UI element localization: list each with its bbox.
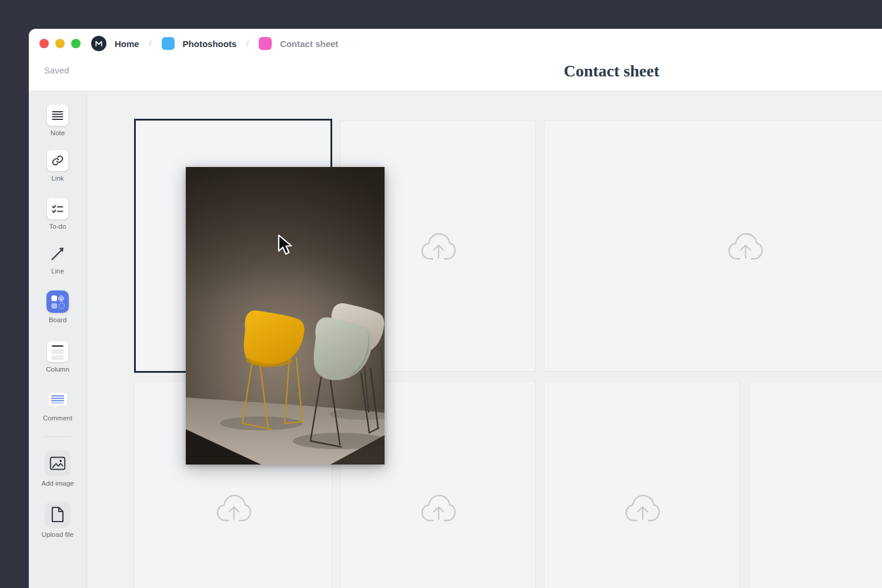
chairs-photo (186, 167, 385, 465)
cloud-upload-icon (214, 491, 253, 525)
sidebar-item-todo[interactable]: To-do (29, 198, 86, 230)
note-icon (47, 105, 68, 126)
milanote-logo-icon[interactable] (91, 36, 106, 51)
link-icon (47, 150, 68, 171)
breadcrumb-separator: / (148, 39, 153, 48)
cloud-upload-icon (726, 229, 764, 263)
toolbar-sidebar: Note Link To-do (29, 91, 87, 588)
breadcrumb-photoshoots[interactable]: Photoshoots (183, 39, 237, 49)
grid-cell-upload[interactable] (749, 381, 882, 588)
cloud-upload-icon (623, 491, 662, 525)
pink-board-swatch-icon[interactable] (259, 37, 272, 50)
app-header: Home / Photoshoots / Contact sheet Saved… (29, 29, 882, 91)
todo-icon (47, 198, 68, 219)
sidebar-item-note[interactable]: Note (29, 105, 86, 136)
sidebar-item-board[interactable]: Board (29, 290, 86, 323)
sidebar-item-comment[interactable]: Comment (29, 390, 86, 422)
breadcrumb-contact-sheet[interactable]: Contact sheet (280, 39, 338, 49)
minimize-button[interactable] (55, 39, 65, 48)
breadcrumb-home[interactable]: Home (115, 39, 139, 49)
sidebar-item-link[interactable]: Link (29, 150, 86, 182)
add-image-icon (45, 450, 71, 476)
sidebar-divider (44, 436, 71, 437)
breadcrumb-separator: / (245, 39, 250, 48)
cloud-upload-icon (419, 491, 457, 525)
breadcrumb: Home / Photoshoots / Contact sheet (91, 29, 338, 58)
close-button[interactable] (39, 39, 49, 48)
cloud-upload-icon (419, 229, 457, 263)
dragged-photo-chairs[interactable] (186, 167, 385, 465)
sidebar-item-line[interactable]: Line (29, 243, 86, 275)
upload-file-icon (45, 502, 71, 527)
board-icon (46, 290, 69, 313)
save-status: Saved (44, 65, 69, 75)
grid-cell-upload[interactable] (544, 381, 740, 588)
comment-icon (47, 390, 68, 411)
sidebar-item-add-image[interactable]: Add image (29, 450, 86, 487)
sidebar-item-column[interactable]: Column (29, 341, 86, 373)
screenshot-root: { "frame": { "color": "#31333e" }, "titl… (0, 0, 882, 588)
board-title[interactable]: Contact sheet (564, 62, 660, 81)
board-canvas[interactable] (87, 91, 882, 588)
column-icon (47, 341, 68, 362)
app-window: Home / Photoshoots / Contact sheet Saved… (29, 29, 882, 588)
blue-board-swatch-icon[interactable] (162, 37, 175, 50)
grid-cell-upload[interactable] (544, 121, 882, 372)
sidebar-item-upload-file[interactable]: Upload file (29, 502, 86, 538)
line-arrow-icon (47, 243, 68, 264)
zoom-button[interactable] (71, 39, 81, 48)
